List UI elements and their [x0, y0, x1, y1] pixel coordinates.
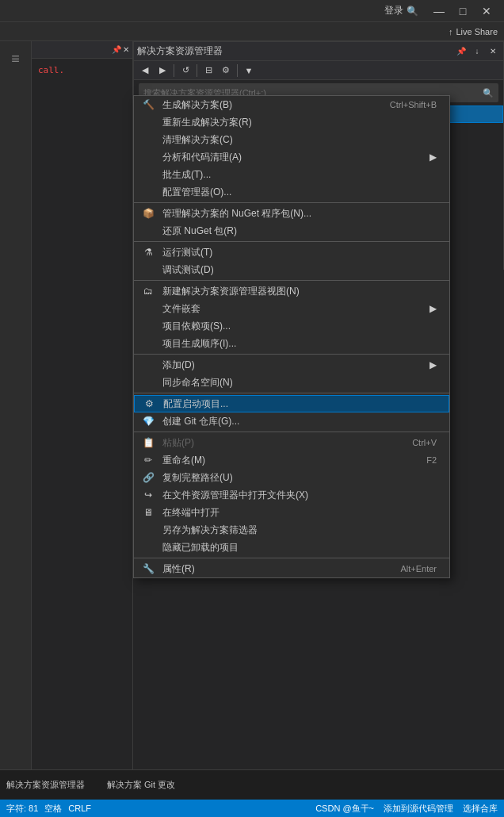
context-menu: 🔨生成解决方案(B)Ctrl+Shift+B重新生成解决方案(R)清理解决方案(…	[133, 95, 450, 578]
toolbar-btn-settings[interactable]: ⚙	[218, 63, 234, 79]
status-crlf: CRLF	[68, 804, 91, 813]
status-add-vcs[interactable]: 添加到源代码管理	[384, 803, 453, 815]
login-label[interactable]: 登录	[384, 4, 403, 17]
menu-shortcut-properties: Alt+Enter	[400, 564, 437, 573]
menu-label-file_nesting: 文件嵌套	[162, 302, 200, 316]
menu-item-copy_path[interactable]: 🔗复制完整路径(U)	[134, 469, 449, 486]
pin-icon: 📌	[112, 45, 121, 54]
menu-separator-after-debug_tests	[134, 280, 449, 281]
menu-separator-after-restore_nuget	[134, 241, 449, 242]
restore-button[interactable]: □	[452, 2, 474, 21]
menu-item-create_git[interactable]: 💎创建 Git 仓库(G)...	[134, 412, 449, 430]
menu-item-rename[interactable]: ✏重命名(M)F2	[134, 451, 449, 469]
menu-item-debug_tests[interactable]: 调试测试(D)	[134, 261, 449, 278]
toolbar-btn-forward[interactable]: ▶	[155, 63, 170, 79]
user-icon: 🔍	[407, 6, 418, 17]
menu-arrow-file_nesting: ▶	[430, 303, 437, 314]
menu-item-batch[interactable]: 批生成(T)...	[134, 166, 449, 183]
minimize-button[interactable]: —	[428, 2, 450, 21]
menu-item-rebuild[interactable]: 重新生成解决方案(R)	[134, 113, 449, 131]
panel-close-button[interactable]: ✕	[486, 44, 500, 59]
menu-item-analyze[interactable]: 分析和代码清理(A)▶	[134, 148, 449, 166]
live-share-bar: ↑ Live Share	[0, 22, 504, 41]
menu-item-build[interactable]: 🔨生成解决方案(B)Ctrl+Shift+B	[134, 96, 449, 113]
menu-separator-after-hide_unloaded	[134, 558, 449, 558]
menu-label-batch: 批生成(T)...	[162, 168, 211, 182]
toolbar-btn-refresh[interactable]: ↺	[178, 63, 193, 79]
menu-arrow-add: ▶	[430, 359, 437, 370]
menu-label-save_as: 另存为解决方案筛选器	[162, 524, 258, 537]
close-button[interactable]: ✕	[475, 2, 498, 21]
activity-bar: ≡	[0, 41, 32, 769]
menu-separator-after-configmgr	[134, 202, 449, 203]
menu-label-analyze: 分析和代码清理(A)	[162, 151, 242, 164]
menu-item-properties[interactable]: 🔧属性(R)Alt+Enter	[134, 560, 449, 577]
code-text: call.	[38, 65, 64, 75]
status-select-repo[interactable]: 选择合库	[463, 803, 498, 815]
menu-separator-after-sync_ns	[134, 393, 449, 393]
menu-label-open_folder: 在文件资源管理器中打开文件夹(X)	[162, 489, 308, 502]
menu-item-save_as[interactable]: 另存为解决方案筛选器	[134, 521, 449, 539]
menu-shortcut-paste: Ctrl+V	[412, 438, 437, 447]
panel-header-icons: 📌 ↓ ✕	[454, 44, 500, 59]
toolbar-separator-2	[197, 64, 197, 77]
menu-item-clean[interactable]: 清理解决方案(C)	[134, 131, 449, 148]
status-bar: 字符: 81 空格 CRLF CSDN @鱼干~ 添加到源代码管理 选择合库	[0, 800, 504, 817]
panel-pin-button[interactable]: 📌	[454, 44, 468, 59]
git-status-label: 解决方案 Git 更改	[107, 779, 175, 791]
sidebar-icon-files[interactable]: ≡	[2, 44, 30, 73]
menu-item-file_nesting[interactable]: 文件嵌套▶	[134, 300, 449, 317]
menu-arrow-analyze: ▶	[430, 152, 437, 163]
toolbar-separator-3	[237, 64, 238, 77]
menu-label-build_order: 项目生成顺序(I)...	[162, 337, 236, 351]
menu-icon-build: 🔨	[140, 99, 156, 110]
menu-icon-properties: 🔧	[140, 563, 156, 574]
panel-title: 解决方案资源管理器	[137, 44, 223, 58]
menu-label-restore_nuget: 还原 NuGet 包(R)	[162, 224, 237, 238]
panel-arrow-button[interactable]: ↓	[470, 44, 484, 59]
title-bar: 登录 🔍 — □ ✕	[0, 0, 504, 22]
menu-label-new_view: 新建解决方案资源管理器视图(N)	[162, 285, 300, 298]
menu-item-run_tests[interactable]: ⚗运行测试(T)	[134, 244, 449, 261]
menu-item-open_folder[interactable]: ↪在文件资源管理器中打开文件夹(X)	[134, 486, 449, 504]
menu-icon-new_view: 🗂	[140, 286, 156, 297]
menu-item-sync_ns[interactable]: 同步命名空间(N)	[134, 374, 449, 391]
menu-label-create_git: 创建 Git 仓库(G)...	[162, 415, 239, 428]
toolbar-btn-collapse[interactable]: ⊟	[200, 63, 216, 79]
menu-icon-run_tests: ⚗	[140, 247, 156, 258]
bottom-panel: 解决方案资源管理器 解决方案 Git 更改	[0, 769, 504, 800]
search-icon: 🔍	[483, 88, 494, 98]
menu-icon-open_terminal: 🖥	[140, 507, 156, 518]
menu-icon-rename: ✏	[140, 455, 156, 466]
menu-item-configmgr[interactable]: 配置管理器(O)...	[134, 183, 449, 201]
menu-item-nuget[interactable]: 📦管理解决方案的 NuGet 程序包(N)...	[134, 205, 449, 222]
menu-label-configmgr: 配置管理器(O)...	[162, 186, 231, 199]
menu-icon-create_git: 💎	[140, 416, 156, 427]
menu-label-copy_path: 复制完整路径(U)	[162, 471, 233, 485]
live-share-button[interactable]: ↑ Live Share	[449, 27, 498, 36]
side-mini-panel: 📌 ✕ call.	[32, 41, 133, 769]
status-chars: 字符: 81	[6, 803, 38, 815]
menu-item-project_deps[interactable]: 项目依赖项(S)...	[134, 317, 449, 335]
menu-item-paste: 📋粘贴(P)Ctrl+V	[134, 434, 449, 451]
menu-shortcut-build: Ctrl+Shift+B	[390, 100, 437, 109]
menu-label-hide_unloaded: 隐藏已卸载的项目	[162, 541, 239, 554]
menu-label-run_tests: 运行测试(T)	[162, 246, 212, 259]
menu-label-nuget: 管理解决方案的 NuGet 程序包(N)...	[162, 207, 311, 221]
menu-item-restore_nuget[interactable]: 还原 NuGet 包(R)	[134, 222, 449, 240]
panel-header: 解决方案资源管理器 📌 ↓ ✕	[134, 42, 503, 61]
menu-label-project_deps: 项目依赖项(S)...	[162, 320, 231, 333]
menu-item-new_view[interactable]: 🗂新建解决方案资源管理器视图(N)	[134, 282, 449, 300]
toolbar-btn-back[interactable]: ◀	[137, 63, 153, 79]
menu-item-startup[interactable]: ⚙配置启动项目...	[134, 395, 449, 412]
menu-item-add[interactable]: 添加(D)▶	[134, 356, 449, 374]
live-share-icon: ↑	[449, 27, 453, 36]
close-side-icon[interactable]: ✕	[123, 45, 129, 54]
menu-item-open_terminal[interactable]: 🖥在终端中打开	[134, 504, 449, 521]
menu-item-hide_unloaded[interactable]: 隐藏已卸载的项目	[134, 539, 449, 556]
window-controls: — □ ✕	[428, 2, 498, 21]
toolbar-btn-filter[interactable]: ▼	[241, 63, 257, 79]
menu-item-build_order[interactable]: 项目生成顺序(I)...	[134, 335, 449, 352]
menu-label-add: 添加(D)	[162, 359, 195, 372]
live-share-label: Live Share	[456, 27, 498, 36]
